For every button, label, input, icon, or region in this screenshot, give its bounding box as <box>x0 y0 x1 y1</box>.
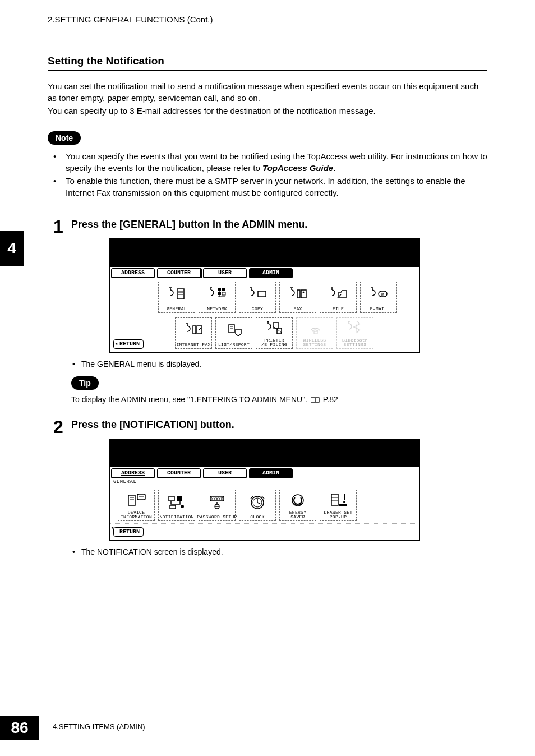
notification-label: NOTIFICATION <box>159 515 193 519</box>
device-icon <box>125 492 147 509</box>
file-button[interactable]: FILE <box>320 282 357 313</box>
return-row: RETURN <box>110 523 419 540</box>
page-number: 86 <box>0 716 39 740</box>
step-2-result-text: The NOTIFICATION screen is displayed. <box>71 547 487 556</box>
notification-icon <box>165 494 188 511</box>
tab-user-2[interactable]: USER <box>203 468 247 478</box>
wireless-label: WIRELESS SETTINGS <box>303 338 326 347</box>
intro-paragraph-2: You can specify up to 3 E-mail addresses… <box>48 105 487 117</box>
notification-button[interactable]: NOTIFICATION <box>158 490 195 521</box>
printer-button[interactable]: PRINTER /E-FILING <box>256 317 293 349</box>
svg-rect-0 <box>177 289 184 299</box>
tab-user[interactable]: USER <box>203 268 247 278</box>
drawer-icon <box>327 492 349 509</box>
return-button-2[interactable]: RETURN <box>113 527 144 537</box>
svg-rect-32 <box>170 505 176 509</box>
device-info-button[interactable]: DEVICE INFORMATION <box>118 490 155 521</box>
listreport-icon <box>224 322 243 338</box>
chapter-side-tab: 4 <box>0 231 24 266</box>
clock-button[interactable]: CLOCK <box>239 490 276 521</box>
page-footer: 86 4.SETTING ITEMS (ADMIN) <box>0 716 535 740</box>
step-2-title: Press the [NOTIFICATION] button. <box>71 419 487 431</box>
energy-icon <box>287 492 309 509</box>
screen-header-black-2 <box>110 439 419 467</box>
admin-icon-grid-row1: GENERAL NETWORK COPY FAX FILE <box>110 278 419 315</box>
general-icon-grid: DEVICE INFORMATION NOTIFICATION XXXXX PA… <box>110 486 419 523</box>
drawer-button[interactable]: DRAWER SET POP-UP <box>320 490 357 521</box>
svg-rect-18 <box>229 325 234 333</box>
general-label: GENERAL <box>167 307 187 311</box>
svg-rect-24 <box>314 331 317 334</box>
svg-text:@: @ <box>381 292 384 297</box>
svg-rect-12 <box>301 290 306 298</box>
network-icon <box>207 287 227 302</box>
tab-row: ADDRESS COUNTER USER ADMIN <box>110 267 419 278</box>
energy-label: ENERGY SAVER <box>289 510 307 519</box>
copy-button[interactable]: COPY <box>239 282 276 313</box>
breadcrumb-general: GENERAL <box>110 478 419 486</box>
tip-text-b: P.82 <box>321 395 338 404</box>
svg-text:XXXXX: XXXXX <box>211 497 223 501</box>
tab-counter[interactable]: COUNTER <box>157 268 201 278</box>
internetfax-label: INTERNET FAX <box>176 343 210 347</box>
bluetooth-button[interactable]: Bluetooth SETTINGS <box>336 317 373 349</box>
energy-button[interactable]: ENERGY SAVER <box>279 490 316 521</box>
listreport-button[interactable]: LIST/REPORT <box>215 317 252 349</box>
fax-button[interactable]: FAX <box>279 282 316 313</box>
drawer-label: DRAWER SET POP-UP <box>324 510 352 519</box>
listreport-label: LIST/REPORT <box>218 343 250 347</box>
svg-point-47 <box>343 501 345 503</box>
admin-menu-screen: ADDRESS COUNTER USER ADMIN GENERAL NETWO… <box>109 238 420 353</box>
copy-icon <box>248 287 267 302</box>
svg-rect-4 <box>218 288 221 291</box>
svg-rect-6 <box>218 292 221 295</box>
svg-line-39 <box>257 503 260 504</box>
password-label: PASSWORD SETUP <box>197 515 237 519</box>
svg-rect-28 <box>137 494 145 500</box>
tip-text-a: To display the ADMIN menu, see "1.ENTERI… <box>71 395 310 404</box>
wireless-icon <box>305 320 324 336</box>
email-label: E-MAIL <box>370 307 388 311</box>
svg-rect-46 <box>344 494 345 500</box>
tip-text: To display the ADMIN menu, see "1.ENTERI… <box>71 394 487 405</box>
password-button[interactable]: XXXXX PASSWORD SETUP <box>199 490 236 521</box>
clock-label: CLOCK <box>250 515 265 519</box>
return-button[interactable]: RETURN <box>113 339 144 349</box>
svg-rect-5 <box>222 288 225 291</box>
footer-text: 4.SETTING ITEMS (ADMIN) <box>39 716 145 731</box>
svg-rect-25 <box>128 495 135 505</box>
section-title: Setting the Notification <box>48 55 487 67</box>
password-icon: XXXXX <box>206 494 228 511</box>
svg-rect-43 <box>331 494 338 505</box>
note-1-guide-name: TopAccess Guide <box>262 163 333 173</box>
fax-icon <box>288 287 307 302</box>
svg-rect-30 <box>169 496 174 501</box>
printer-label: PRINTER /E-FILING <box>261 338 287 347</box>
step-2: 2 Press the [NOTIFICATION] button. ADDRE… <box>48 419 487 556</box>
svg-point-13 <box>303 292 305 293</box>
svg-rect-10 <box>258 291 266 297</box>
svg-rect-16 <box>193 326 196 334</box>
tab-address[interactable]: ADDRESS <box>111 268 155 278</box>
note-badge: Note <box>48 131 81 145</box>
step-2-result: The NOTIFICATION screen is displayed. <box>71 547 487 556</box>
tab-admin[interactable]: ADMIN <box>249 268 293 278</box>
svg-rect-48 <box>339 504 347 506</box>
tab-counter-2[interactable]: COUNTER <box>157 468 201 478</box>
internetfax-button[interactable]: INTERNET FAX <box>175 317 212 349</box>
bluetooth-label: Bluetooth SETTINGS <box>342 338 368 347</box>
note-list: You can specify the events that you want… <box>48 150 487 199</box>
title-rule <box>48 70 487 71</box>
email-button[interactable]: @ E-MAIL <box>360 282 397 313</box>
tab-address-2[interactable]: ADDRESS <box>111 468 155 478</box>
clock-icon <box>246 494 269 511</box>
intro-paragraph-1: You can set the notification mail to sen… <box>48 80 487 104</box>
tab-admin-2[interactable]: ADMIN <box>249 468 293 478</box>
general-button[interactable]: GENERAL <box>158 282 195 313</box>
admin-icon-grid-row2: RETURN INTERNET FAX LIST/REPORT PRINTER … <box>110 315 419 352</box>
note-item-1: You can specify the events that you want… <box>48 150 487 174</box>
wireless-button[interactable]: WIRELESS SETTINGS <box>296 317 333 349</box>
header-section: 2.SETTING GENERAL FUNCTIONS (Cont.) <box>48 15 487 24</box>
device-label: DEVICE INFORMATION <box>121 510 152 519</box>
network-button[interactable]: NETWORK <box>199 282 236 313</box>
